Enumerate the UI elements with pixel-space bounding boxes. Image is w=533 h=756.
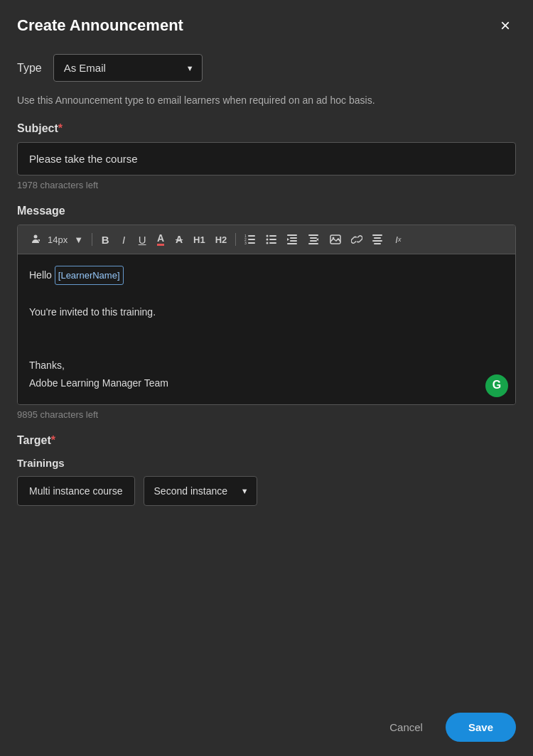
type-description: Use this Announcement type to email lear… (17, 93, 516, 108)
editor-toolbar: 14px ▼ B I U A A H1 H2 (18, 225, 515, 254)
create-announcement-modal: Create Announcement × Type As Email On S… (0, 0, 533, 756)
h2-button[interactable]: H2 (212, 233, 231, 247)
ordered-list-button[interactable]: 1 2 3 (241, 232, 259, 247)
message-section: Message 14px ▼ B (17, 205, 516, 420)
subject-required-star: * (58, 122, 63, 134)
svg-rect-29 (374, 243, 381, 244)
svg-rect-15 (290, 237, 297, 239)
svg-rect-16 (290, 240, 297, 242)
svg-point-11 (266, 235, 269, 237)
font-size-value: 14px (48, 234, 68, 245)
target-label: Target* (17, 434, 516, 447)
target-required-star: * (51, 434, 55, 446)
svg-rect-3 (248, 239, 255, 240)
subject-label: Subject* (17, 122, 516, 135)
svg-rect-2 (248, 235, 255, 237)
type-select[interactable]: As Email On Screen Notification (53, 54, 203, 82)
svg-point-13 (266, 242, 269, 244)
font-color-button[interactable]: A (153, 231, 168, 248)
svg-rect-4 (248, 242, 255, 244)
svg-marker-18 (287, 238, 289, 241)
editor-content[interactable]: Hello [LearnerName] You're invited to th… (18, 254, 515, 404)
h1-button[interactable]: H1 (190, 233, 209, 247)
align-button[interactable] (369, 232, 387, 247)
indent-increase-button[interactable] (305, 232, 323, 247)
grammarly-badge[interactable]: G (485, 374, 508, 397)
svg-rect-21 (310, 240, 317, 242)
italic-button[interactable]: I (116, 232, 131, 247)
modal-header: Create Announcement × (0, 0, 533, 48)
type-select-wrapper[interactable]: As Email On Screen Notification (53, 54, 203, 82)
svg-rect-8 (269, 235, 276, 237)
highlight-button[interactable]: A (171, 232, 187, 247)
instance-select-wrapper[interactable]: Second instance First instance (144, 476, 257, 506)
trainings-row: Multi instance course Second instance Fi… (17, 476, 516, 506)
subject-input[interactable] (17, 142, 516, 176)
modal-title: Create Announcement (17, 16, 183, 35)
unordered-list-button[interactable] (262, 232, 281, 247)
svg-point-0 (34, 235, 38, 239)
save-button[interactable]: Save (446, 713, 516, 742)
svg-rect-17 (287, 243, 297, 244)
message-char-count: 9895 characters left (17, 409, 516, 420)
svg-rect-14 (287, 234, 297, 236)
message-label: Message (17, 205, 516, 217)
toolbar-sep-2 (235, 233, 236, 246)
target-section: Target* Trainings Multi instance course … (17, 434, 516, 506)
instance-select[interactable]: Second instance First instance (144, 476, 257, 506)
font-person-icon[interactable] (26, 232, 45, 247)
svg-rect-22 (308, 243, 318, 244)
learner-name-tag: [LearnerName] (55, 266, 124, 285)
editor-line-4: Adobe Learning Manager Team (29, 374, 504, 392)
svg-text:3: 3 (244, 241, 247, 244)
modal-footer: Cancel Save (0, 698, 533, 756)
link-button[interactable] (348, 232, 366, 247)
svg-rect-19 (308, 234, 318, 236)
svg-rect-20 (310, 237, 317, 239)
svg-rect-28 (372, 240, 382, 242)
clear-format-button[interactable]: Ix (390, 233, 406, 247)
svg-rect-9 (269, 239, 276, 240)
svg-rect-10 (269, 242, 276, 244)
training-course-name: Multi instance course (17, 476, 135, 506)
type-label: Type (17, 62, 42, 75)
image-button[interactable] (326, 232, 345, 247)
editor-container: 14px ▼ B I U A A H1 H2 (17, 225, 516, 405)
trainings-label: Trainings (17, 457, 516, 469)
toolbar-sep-1 (92, 233, 92, 246)
svg-rect-26 (372, 234, 382, 236)
svg-rect-27 (374, 237, 381, 239)
indent-decrease-button[interactable] (284, 232, 302, 247)
font-size-dropdown-btn[interactable]: ▼ (70, 233, 87, 247)
editor-line-3: Thanks, (29, 357, 504, 374)
svg-point-12 (266, 239, 269, 241)
bold-button[interactable]: B (97, 232, 113, 247)
subject-char-count: 1978 characters left (17, 180, 516, 190)
type-row: Type As Email On Screen Notification (17, 54, 516, 82)
editor-line-1: Hello [LearnerName] (29, 266, 504, 285)
modal-body: Type As Email On Screen Notification Use… (0, 48, 533, 698)
cancel-button[interactable]: Cancel (378, 714, 434, 740)
close-button[interactable]: × (495, 14, 516, 37)
editor-line-2: You're invited to this training. (29, 303, 504, 321)
underline-button[interactable]: U (134, 232, 150, 247)
